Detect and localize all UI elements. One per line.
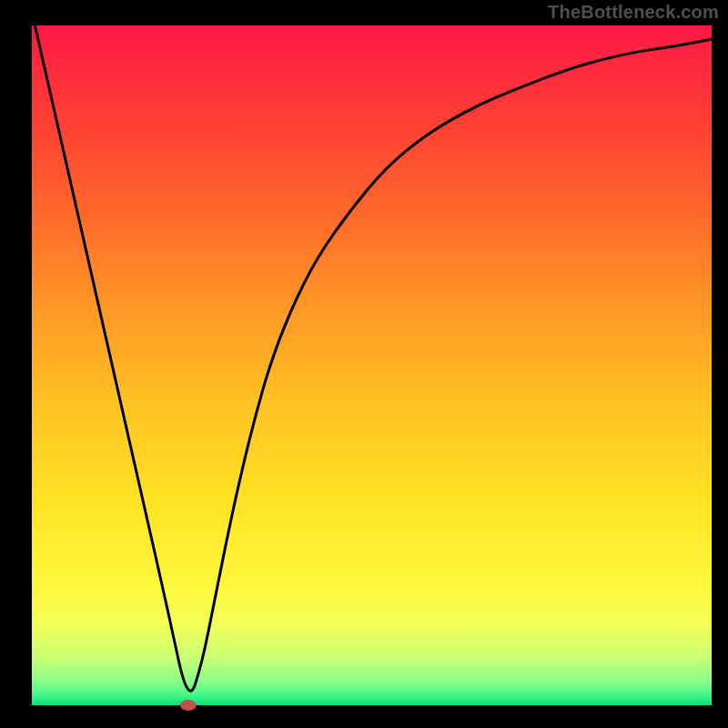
- optimal-point-marker: [180, 700, 197, 711]
- plot-background: [32, 25, 712, 705]
- chart-frame: TheBottleneck.com: [0, 0, 728, 728]
- bottleneck-chart: [0, 0, 728, 728]
- attribution-text: TheBottleneck.com: [548, 2, 719, 23]
